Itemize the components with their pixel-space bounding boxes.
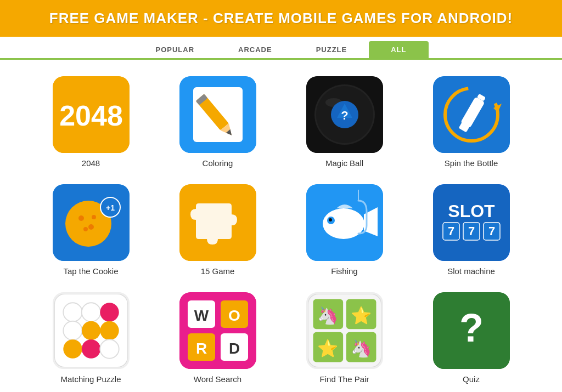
game-item-word[interactable]: W O R D Word Search [160, 292, 276, 384]
game-icon-tap-cookie: +1 [53, 184, 130, 261]
game-icon-15game [179, 184, 256, 261]
svg-point-52 [81, 339, 100, 358]
game-label-word: Word Search [194, 374, 241, 384]
game-icon-magic-ball: ? [306, 76, 383, 153]
game-label-pair: Find The Pair [320, 374, 369, 384]
nav-puzzle[interactable]: PUZZLE [294, 41, 369, 58]
svg-point-51 [63, 339, 82, 358]
svg-point-48 [63, 321, 82, 340]
banner: FREE GAME MAKER - CREATE MOBILE GAMES FO… [0, 0, 562, 37]
game-icon-spin-bottle [433, 76, 510, 153]
game-item-pair[interactable]: 🦄 ⭐ ⭐ 🦄 Find The Pair [286, 292, 402, 384]
svg-text:7: 7 [488, 224, 494, 238]
game-icon-matching [53, 292, 130, 369]
game-label-spin-bottle: Spin the Bottle [445, 158, 498, 168]
svg-point-26 [88, 224, 94, 230]
game-icon-slot: SLOT 7 7 7 [433, 184, 510, 261]
svg-text:🦄: 🦄 [350, 338, 372, 359]
game-label-15game: 15 Game [201, 266, 235, 276]
game-item-slot[interactable]: SLOT 7 7 7 Slot machine [413, 184, 529, 276]
svg-point-50 [100, 321, 119, 340]
svg-point-34 [329, 218, 332, 221]
svg-text:?: ? [459, 306, 484, 350]
svg-text:🦄: 🦄 [317, 305, 339, 326]
banner-text: FREE GAME MAKER - CREATE MOBILE GAMES FO… [49, 10, 513, 26]
game-icon-word: W O R D [179, 292, 256, 369]
svg-text:SLOT: SLOT [448, 201, 495, 221]
svg-point-47 [100, 303, 119, 321]
svg-point-45 [63, 303, 82, 321]
game-icon-pair: 🦄 ⭐ ⭐ 🦄 [306, 292, 383, 369]
svg-point-49 [81, 321, 100, 340]
nav-arcade[interactable]: ARCADE [216, 41, 294, 58]
game-label-2048: 2048 [82, 158, 100, 168]
svg-point-53 [100, 339, 119, 358]
nav-popular[interactable]: POPULAR [133, 41, 216, 58]
svg-text:?: ? [341, 109, 348, 122]
game-item-fishing[interactable]: Fishing [286, 184, 402, 276]
svg-text:7: 7 [468, 224, 474, 238]
games-grid: 2048 2048 Coloring [0, 60, 562, 392]
svg-text:7: 7 [447, 224, 454, 238]
game-icon-2048: 2048 [53, 76, 130, 153]
svg-text:⭐: ⭐ [317, 338, 339, 359]
svg-text:W: W [194, 307, 209, 324]
game-label-magic-ball: Magic Ball [325, 158, 363, 168]
game-icon-fishing [306, 184, 383, 261]
svg-text:O: O [228, 307, 240, 324]
game-item-spin-bottle[interactable]: Spin the Bottle [413, 76, 529, 168]
game-item-coloring[interactable]: Coloring [160, 76, 276, 168]
game-label-fishing: Fishing [331, 266, 357, 276]
nav-bar: POPULAR ARCADE PUZZLE ALL [0, 37, 562, 60]
game-item-matching[interactable]: Matching Puzzle [33, 292, 149, 384]
svg-text:R: R [195, 340, 206, 357]
nav-all[interactable]: ALL [369, 41, 428, 58]
svg-point-46 [81, 303, 100, 321]
svg-text:+1: +1 [106, 203, 115, 212]
game-item-magic-ball[interactable]: ? Magic Ball [286, 76, 402, 168]
game-item-15game[interactable]: 15 Game [160, 184, 276, 276]
game-label-quiz: Quiz [463, 374, 480, 384]
game-item-tap-cookie[interactable]: +1 Tap the Cookie [33, 184, 149, 276]
svg-point-25 [78, 215, 84, 221]
game-icon-quiz: ? [433, 292, 510, 369]
game-label-matching: Matching Puzzle [60, 374, 121, 384]
svg-point-28 [92, 215, 96, 219]
svg-text:⭐: ⭐ [350, 305, 372, 326]
game-item-quiz[interactable]: ? Quiz [413, 292, 529, 384]
svg-text:D: D [228, 340, 239, 357]
game-label-slot: Slot machine [447, 266, 495, 276]
game-label-tap-cookie: Tap the Cookie [63, 266, 118, 276]
game-item-2048[interactable]: 2048 2048 [33, 76, 149, 168]
game-label-coloring: Coloring [203, 158, 233, 168]
svg-text:2048: 2048 [59, 100, 123, 132]
svg-point-27 [83, 227, 88, 231]
game-icon-coloring [179, 76, 256, 153]
